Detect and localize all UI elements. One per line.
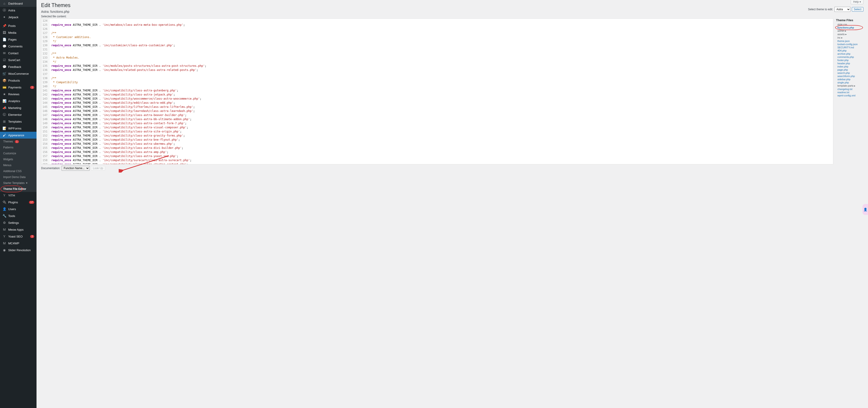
menu-item-users[interactable]: 👤Users — [0, 206, 36, 212]
file-tree-item[interactable]: page.php — [836, 68, 863, 71]
code-line: 138/** — [41, 76, 833, 80]
file-tree-item[interactable]: archive.php — [836, 52, 863, 56]
code-line: 146require_once ASTRA_THEME_DIR . 'inc/c… — [41, 109, 833, 113]
menu-item-templates[interactable]: ⊞Templates — [0, 118, 36, 125]
file-tree-item[interactable]: admin ▸ — [836, 29, 863, 33]
menu-item-feedback[interactable]: 💬Feedback — [0, 63, 36, 70]
file-tree-item[interactable]: sidebar.php — [836, 78, 863, 81]
menu-label: Settings — [8, 221, 34, 225]
code-line: 156require_once ASTRA_THEME_DIR . 'inc/c… — [41, 150, 833, 154]
file-tree-item[interactable]: wpml-config.xml — [836, 94, 863, 97]
submenu-item-themes[interactable]: Themes1 — [0, 139, 36, 144]
menu-item-analytics[interactable]: 📊Analytics — [0, 98, 36, 104]
menu-icon: ⚙ — [2, 220, 6, 225]
menu-item-meow-apps[interactable]: MMeow Apps — [0, 226, 36, 233]
theme-select-label: Select theme to edit: — [808, 8, 833, 11]
menu-item-contact[interactable]: ✉Contact — [0, 50, 36, 57]
menu-label: Analytics — [8, 99, 34, 103]
menu-item-pages[interactable]: 📄Pages — [0, 36, 36, 43]
menu-item-elementor[interactable]: ⒺElementor — [0, 111, 36, 118]
menu-item-plugins[interactable]: 🔌Plugins17 — [0, 199, 36, 206]
code-line: 132/** — [41, 52, 833, 56]
menu-icon: 📌 — [2, 24, 6, 28]
file-tree-item[interactable]: SECURITY.md — [836, 46, 863, 49]
file-tree-item[interactable]: style.css — [836, 23, 863, 26]
file-tree-item[interactable]: index.php — [836, 65, 863, 68]
file-tree-item[interactable]: toolset-config.json — [836, 43, 863, 46]
submenu-item-menus[interactable]: Menus — [0, 162, 36, 168]
menu-icon: 📝 — [2, 126, 6, 130]
code-line: 129 */ — [41, 39, 833, 43]
menu-item-mc4wp[interactable]: MMC4WP — [0, 240, 36, 247]
menu-label: Plugins — [8, 201, 26, 204]
menu-label: MC4WP — [8, 242, 34, 245]
file-tree-item[interactable]: inc ▸ — [836, 36, 863, 39]
menu-item-products[interactable]: 📦Products — [0, 77, 36, 84]
file-tree-item[interactable]: template-parts ▸ — [836, 84, 863, 88]
menu-icon: ◉ — [2, 248, 6, 252]
menu-item-wpforms[interactable]: 📝WPForms — [0, 125, 36, 132]
documentation-select[interactable]: Function Name... — [62, 166, 90, 171]
menu-item-surecart[interactable]: ☑SureCart — [0, 57, 36, 63]
file-tree-item[interactable]: 404.php — [836, 49, 863, 52]
menu-label: Comments — [8, 45, 34, 48]
file-tree-item[interactable]: header.php — [836, 62, 863, 65]
file-tree-item[interactable]: searchform.php — [836, 74, 863, 78]
theme-files-heading: Theme Files — [836, 19, 863, 22]
file-tree-item[interactable]: footer.php — [836, 59, 863, 62]
menu-item-comments[interactable]: 💬Comments — [0, 43, 36, 50]
file-tree-item[interactable]: functions.php — [836, 26, 863, 29]
code-line: 152require_once ASTRA_THEME_DIR . 'inc/c… — [41, 134, 833, 138]
menu-item-posts[interactable]: 📌Posts — [0, 22, 36, 29]
file-tree-item[interactable]: changelog.txt — [836, 88, 863, 91]
submenu-badge: 1 — [15, 140, 19, 143]
menu-item-media[interactable]: 🖼Media — [0, 29, 36, 36]
menu-label: Dashboard — [8, 2, 34, 5]
code-line: 137 — [41, 72, 833, 76]
file-tree-item[interactable]: comments.php — [836, 56, 863, 59]
submenu-item-additional-css[interactable]: Additional CSS — [0, 168, 36, 174]
file-tree-item[interactable]: assets ▸ — [836, 33, 863, 36]
theme-select[interactable]: Astra — [834, 7, 850, 12]
submenu-item-patterns[interactable]: Patterns — [0, 144, 36, 150]
submenu-item-theme-file-editor[interactable]: Theme File Editor — [0, 186, 36, 192]
submenu-item-customize[interactable]: Customize — [0, 150, 36, 156]
file-tree-item[interactable]: single.php — [836, 81, 863, 84]
code-editor[interactable]: 124125require_once ASTRA_THEME_DIR . 'in… — [41, 19, 833, 164]
menu-item-woocommerce[interactable]: 🛒WooCommerce — [0, 70, 36, 77]
menu-item-marketing[interactable]: 📣Marketing — [0, 104, 36, 111]
menu-label: Feedback — [8, 65, 34, 69]
code-line: 154require_once ASTRA_THEME_DIR . 'inc/c… — [41, 142, 833, 146]
code-line: 149require_once ASTRA_THEME_DIR . 'inc/c… — [41, 121, 833, 125]
theme-select-row: Select theme to edit: Astra Select — [808, 7, 863, 12]
code-line: 159require_once ASTRA_THEME_DIR . 'inc/c… — [41, 162, 833, 164]
code-line: 131 — [41, 47, 833, 52]
submenu-item-widgets[interactable]: Widgets — [0, 156, 36, 162]
code-line: 134 */ — [41, 60, 833, 64]
menu-item-reviews[interactable]: ★Reviews — [0, 91, 36, 98]
menu-item-yith[interactable]: YYITH — [0, 192, 36, 199]
select-button[interactable]: Select — [852, 7, 863, 12]
lookup-button[interactable]: Look Up — [91, 166, 105, 170]
menu-item-yoast-seo[interactable]: YYoast SEO2 — [0, 233, 36, 240]
menu-item-dashboard[interactable]: ⌂Dashboard — [0, 0, 36, 7]
file-tree-item[interactable]: theme.json — [836, 39, 863, 43]
file-tree-item[interactable]: search.php — [836, 71, 863, 74]
submenu-item-starter-templates[interactable]: Starter Templates ✦ — [0, 180, 36, 186]
page-subtitle: Astra: functions.php — [41, 10, 863, 13]
menu-item-slider-revolution[interactable]: ◉Slider Revolution — [0, 247, 36, 253]
menu-label: WPForms — [8, 127, 34, 130]
file-tree-item[interactable]: readme.txt — [836, 91, 863, 94]
menu-item-appearance[interactable]: 🖌Appearance — [0, 132, 36, 139]
help-button[interactable]: Help ▾ — [851, 0, 863, 4]
menu-label: Posts — [8, 24, 34, 28]
menu-item-astra[interactable]: ⒶAstra — [0, 7, 36, 14]
help-bubble-icon[interactable]: 👤 — [863, 204, 868, 215]
submenu-item-import-demo-data[interactable]: Import Demo Data — [0, 174, 36, 180]
menu-label: Reviews — [8, 93, 34, 96]
menu-item-settings[interactable]: ⚙Settings — [0, 219, 36, 226]
menu-item-tools[interactable]: 🔧Tools — [0, 212, 36, 219]
menu-label: Slider Revolution — [8, 248, 34, 252]
menu-item-jetpack[interactable]: ✦Jetpack — [0, 14, 36, 21]
menu-item-payments[interactable]: 💳Payments1 — [0, 84, 36, 91]
